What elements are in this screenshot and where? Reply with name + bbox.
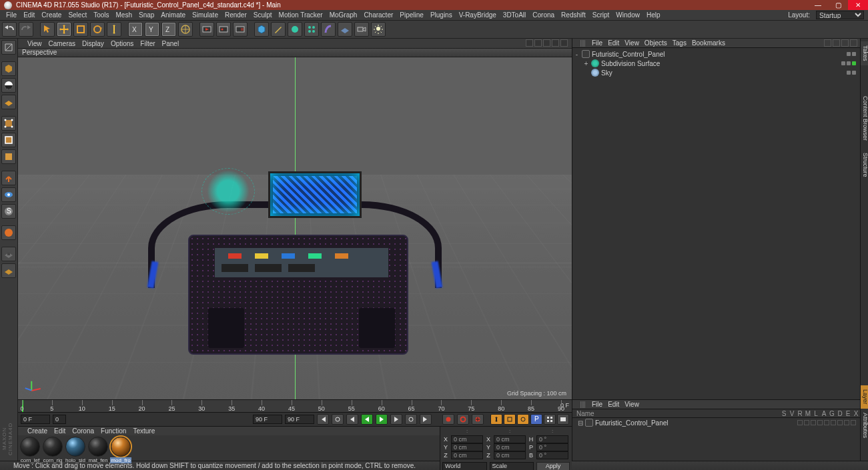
menu-render[interactable]: Render [222, 11, 250, 19]
camera-button[interactable] [354, 22, 369, 37]
close-button[interactable]: ✕ [848, 0, 868, 10]
view-menu-cameras[interactable]: Cameras [49, 40, 76, 47]
home-icon[interactable] [833, 39, 840, 47]
mat-menu-create[interactable]: Create [27, 427, 47, 435]
menu-character[interactable]: Character [360, 11, 396, 19]
view-menu-filter[interactable]: Filter [140, 40, 155, 47]
key-opts-button[interactable] [544, 414, 556, 425]
panel-grip-icon[interactable] [580, 40, 585, 47]
undo-button[interactable] [2, 22, 17, 37]
pos-field[interactable]: 0 cm [451, 435, 483, 443]
size-field[interactable]: 0 cm [494, 435, 526, 443]
autokey-button[interactable] [457, 414, 469, 425]
visibility-dots[interactable] [847, 52, 856, 56]
menu-mesh[interactable]: Mesh [113, 11, 135, 19]
polygon-mode-button[interactable] [1, 149, 16, 164]
menu-redshift[interactable]: Redshift [558, 11, 589, 19]
key-view-button[interactable] [557, 414, 569, 425]
viewport-nav-icon[interactable] [560, 39, 568, 47]
axis-z-toggle[interactable]: Z [161, 22, 176, 37]
mat-menu-edit[interactable]: Edit [54, 427, 65, 435]
viewport-nav-icon[interactable] [552, 39, 559, 47]
key-pos-toggle[interactable] [490, 414, 502, 425]
menu-pipeline[interactable]: Pipeline [396, 11, 427, 19]
scale-tool[interactable] [73, 22, 88, 37]
expand-toggle[interactable]: - [574, 51, 580, 58]
side-tab-content-browser[interactable]: Content Browser [861, 92, 868, 145]
viewport-3d[interactable]: Grid Spacing : 100 cm [18, 57, 572, 399]
list-icon[interactable] [850, 39, 857, 47]
menu-snap[interactable]: Snap [135, 11, 157, 19]
generator-array-button[interactable] [304, 22, 319, 37]
model-mode-button[interactable] [1, 61, 16, 76]
menu-sculpt[interactable]: Sculpt [250, 11, 276, 19]
objmgr-menu-view[interactable]: View [624, 39, 639, 47]
menu-3dtoall[interactable]: 3DToAll [500, 11, 529, 19]
menu-animate[interactable]: Animate [157, 11, 189, 19]
point-mode-button[interactable] [1, 116, 16, 131]
rot-field[interactable]: 0 ° [536, 435, 568, 443]
primitive-cube-button[interactable] [254, 22, 269, 37]
generator-sds-button[interactable] [288, 22, 302, 37]
menu-motiontracker[interactable]: Motion Tracker [276, 11, 326, 19]
menu-edit[interactable]: Edit [20, 11, 38, 19]
side-tab-takes[interactable]: Takes [861, 41, 868, 65]
goto-start-button[interactable] [317, 414, 329, 425]
pos-field[interactable]: 0 cm [451, 443, 483, 451]
rot-field[interactable]: 0 ° [536, 451, 568, 459]
workplane-mode-button[interactable] [1, 95, 16, 109]
side-tab-layer[interactable]: Layer [861, 385, 868, 409]
attr-menu-edit[interactable]: Edit [608, 401, 619, 408]
make-editable-button[interactable] [1, 40, 16, 55]
key-pla-toggle[interactable]: P [530, 414, 542, 425]
axis-x-toggle[interactable]: X [128, 22, 143, 37]
move-tool[interactable] [57, 22, 71, 37]
search-icon[interactable] [824, 39, 831, 47]
timeline-range-b-field[interactable]: 90 F [285, 415, 314, 424]
menu-plugins[interactable]: Plugins [427, 11, 456, 19]
panel-grip-icon[interactable] [580, 401, 585, 408]
rotate-tool[interactable] [90, 22, 105, 37]
edge-mode-button[interactable] [1, 133, 16, 147]
loop-button[interactable] [332, 414, 344, 425]
side-tab-attributes[interactable]: Attributes [861, 409, 868, 442]
key-scale-toggle[interactable] [504, 414, 516, 425]
menu-help[interactable]: Help [643, 11, 664, 19]
coord-mode-dropdown[interactable]: World [442, 462, 487, 470]
render-picture-button[interactable] [216, 22, 231, 37]
axis-y-toggle[interactable]: Y [145, 22, 159, 37]
light-button[interactable] [371, 22, 386, 37]
coord-scale-dropdown[interactable]: Scale [490, 462, 534, 470]
record-button[interactable] [442, 414, 454, 425]
object-row[interactable]: -Futuristic_Control_Panel [574, 49, 859, 59]
visibility-dots[interactable] [841, 61, 856, 65]
menu-simulate[interactable]: Simulate [189, 11, 222, 19]
view-menu-panel[interactable]: Panel [162, 40, 179, 47]
timeline-to-field[interactable]: 0 [53, 415, 66, 424]
maximize-button[interactable]: ▢ [828, 0, 848, 10]
objmgr-menu-edit[interactable]: Edit [608, 39, 619, 47]
play-forward-button[interactable] [376, 414, 388, 425]
view-menu-options[interactable]: Options [111, 40, 133, 47]
size-field[interactable]: 0 cm [494, 451, 526, 459]
deformer-bend-button[interactable] [321, 22, 336, 37]
objmgr-menu-file[interactable]: File [592, 39, 602, 47]
next-frame-button[interactable] [390, 414, 402, 425]
viewport-nav-icon[interactable] [534, 39, 542, 47]
view-menu-display[interactable]: Display [82, 40, 104, 47]
attribute-row[interactable]: ⊟ Futuristic_Control_Panel [572, 418, 860, 427]
expand-toggle[interactable]: + [583, 60, 589, 67]
redo-button[interactable] [19, 22, 33, 37]
locked-workplane-button[interactable] [1, 247, 16, 261]
render-view-button[interactable] [199, 22, 214, 37]
texture-mode-button[interactable] [1, 78, 16, 93]
menu-corona[interactable]: Corona [529, 11, 558, 19]
size-field[interactable]: 0 cm [494, 443, 526, 451]
coord-apply-button[interactable]: Apply [536, 462, 570, 470]
mat-menu-corona[interactable]: Corona [72, 427, 94, 435]
objmgr-menu-bookmarks[interactable]: Bookmarks [692, 39, 725, 47]
menu-mograph[interactable]: MoGraph [326, 11, 361, 19]
lasttool-button[interactable] [107, 22, 121, 37]
viewport-solo-button[interactable] [1, 187, 16, 202]
object-row[interactable]: +Subdivision Surface [574, 59, 859, 68]
